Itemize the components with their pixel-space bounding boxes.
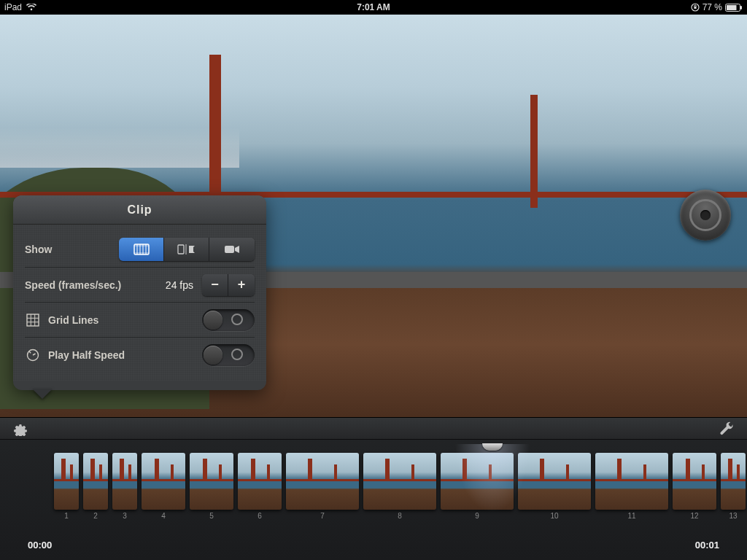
frame-number: 10: [518, 512, 591, 520]
frame-number: 7: [286, 512, 359, 520]
toggle-knob: [204, 346, 222, 365]
time-end: 00:01: [695, 540, 719, 551]
show-mode-segment: [119, 238, 255, 261]
capture-target-button[interactable]: [680, 190, 731, 241]
settings-button[interactable]: [13, 421, 28, 436]
gear-icon: [13, 421, 28, 436]
device-label: iPad: [4, 2, 22, 12]
play-half-speed-toggle[interactable]: [202, 344, 255, 366]
frame-number: 3: [112, 512, 137, 520]
grid-lines-toggle[interactable]: [202, 309, 255, 331]
timeline-frame[interactable]: [238, 453, 282, 510]
svg-rect-14: [225, 246, 234, 253]
svg-rect-3: [727, 5, 737, 10]
status-time: 7:01 AM: [357, 2, 390, 12]
frame-number: 13: [721, 512, 746, 520]
speed-decrement-button[interactable]: −: [202, 274, 228, 296]
status-bar: iPad 7:01 AM 77 %: [0, 0, 747, 15]
capture-target-dot: [700, 210, 711, 220]
row-play-half-speed: Play Half Speed: [25, 337, 255, 372]
row-show: Show: [25, 232, 255, 267]
speed-stepper: − +: [202, 274, 255, 296]
show-label: Show: [25, 244, 119, 255]
battery-icon: [725, 4, 743, 12]
filmstrip-icon: [133, 244, 150, 255]
clip-settings-panel: Clip Show: [13, 195, 266, 390]
svg-rect-1: [694, 7, 696, 9]
timeline-frame[interactable]: [190, 453, 233, 510]
timeline[interactable]: 1234567891011121314: [0, 440, 747, 533]
playhead-cap: [482, 443, 503, 451]
svg-rect-4: [740, 6, 742, 9]
frame-number: 1: [54, 512, 79, 520]
frame-number: 12: [673, 512, 716, 520]
timeline-toolbar: [0, 418, 747, 440]
grid-icon: [25, 314, 41, 327]
battery-percent: 77 %: [703, 2, 722, 12]
split-view-icon: [177, 244, 196, 255]
frame-number: 5: [190, 512, 233, 520]
timeline-frame[interactable]: [363, 453, 436, 510]
toggle-off-indicator: [231, 314, 243, 325]
speed-label: Speed (frames/sec.): [25, 279, 166, 291]
speed-increment-button[interactable]: +: [228, 274, 255, 296]
timeline-frame[interactable]: [112, 453, 137, 510]
row-grid-lines: Grid Lines: [25, 302, 255, 337]
grid-lines-label: Grid Lines: [48, 314, 202, 326]
show-mode-split-button[interactable]: [164, 238, 209, 261]
frame-number: 11: [595, 512, 668, 520]
timeline-frame[interactable]: [673, 453, 716, 510]
timeline-frame[interactable]: [518, 453, 591, 510]
filmstrip[interactable]: [54, 453, 747, 510]
svg-rect-12: [178, 245, 184, 254]
frame-number: 8: [363, 512, 436, 520]
panel-title: Clip: [13, 195, 266, 225]
show-mode-filmstrip-button[interactable]: [119, 238, 164, 261]
timeline-frame[interactable]: [595, 453, 668, 510]
row-speed: Speed (frames/sec.) 24 fps − +: [25, 267, 255, 302]
toggle-knob: [204, 311, 222, 330]
svg-rect-6: [134, 244, 149, 246]
show-mode-camera-button[interactable]: [209, 238, 255, 261]
timeline-frame[interactable]: [286, 453, 359, 510]
wrench-icon: [719, 421, 734, 436]
timeline-frame[interactable]: [441, 453, 514, 510]
timeline-frame[interactable]: [83, 453, 108, 510]
timeline-frame[interactable]: [142, 453, 185, 510]
play-half-speed-label: Play Half Speed: [48, 349, 202, 361]
svg-rect-7: [134, 252, 149, 254]
frame-number: 2: [83, 512, 108, 520]
timecode-row: 00:00 00:01: [0, 533, 747, 556]
half-speed-icon: [25, 349, 41, 362]
toggle-off-indicator: [231, 349, 243, 360]
timeline-frame[interactable]: [721, 453, 746, 510]
frame-number-row: 1234567891011121314: [54, 512, 747, 520]
timeline-bar: 1234567891011121314 00:00 00:01: [0, 417, 747, 560]
video-camera-icon: [224, 244, 240, 254]
speed-value: 24 fps: [166, 279, 193, 291]
capture-target-ring: [689, 199, 721, 231]
time-start: 00:00: [28, 540, 52, 551]
orientation-lock-icon: [691, 3, 700, 12]
wifi-icon: [26, 4, 36, 11]
frame-number: 6: [238, 512, 282, 520]
svg-rect-15: [27, 314, 39, 326]
tools-button[interactable]: [719, 421, 734, 436]
frame-number: 4: [142, 512, 185, 520]
timeline-frame[interactable]: [54, 453, 79, 510]
frame-number: 9: [441, 512, 514, 520]
